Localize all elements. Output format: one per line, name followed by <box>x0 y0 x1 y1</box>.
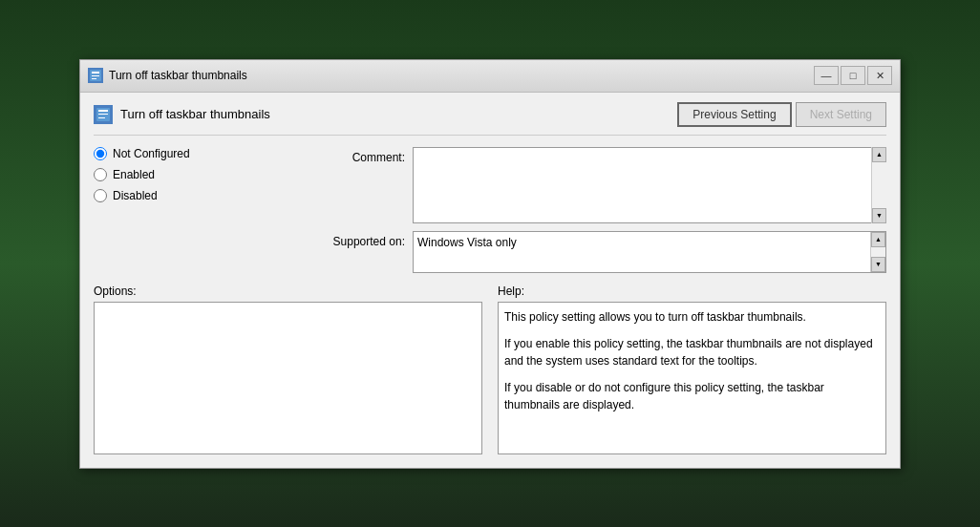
disabled-option[interactable]: Disabled <box>94 189 304 202</box>
options-content <box>94 302 482 454</box>
enabled-label: Enabled <box>113 168 155 181</box>
restore-button[interactable]: □ <box>841 66 865 85</box>
supported-scrollbar: ▲ ▼ <box>870 232 885 272</box>
not-configured-label: Not Configured <box>113 147 190 160</box>
comment-textarea[interactable] <box>413 147 886 223</box>
dialog-title: Turn off taskbar thumbnails <box>94 105 270 124</box>
comment-label: Comment: <box>319 147 405 164</box>
options-label: Options: <box>94 285 482 298</box>
help-paragraph-1: This policy setting allows you to turn o… <box>504 308 880 326</box>
window-title: Turn off taskbar thumbnails <box>109 69 814 82</box>
dialog-icon <box>94 105 113 124</box>
close-button[interactable]: ✕ <box>867 66 892 85</box>
main-window: Turn off taskbar thumbnails — □ ✕ Turn o… <box>79 59 901 469</box>
window-icon <box>88 68 103 83</box>
help-paragraph-3: If you disable or do not configure this … <box>504 379 880 413</box>
supported-label: Supported on: <box>319 231 405 248</box>
supported-value: Windows Vista only ▲ ▼ <box>413 231 886 273</box>
disabled-label: Disabled <box>113 189 158 202</box>
svg-rect-2 <box>92 75 99 76</box>
not-configured-option[interactable]: Not Configured <box>94 147 304 160</box>
header-row: Turn off taskbar thumbnails Previous Set… <box>94 102 886 136</box>
help-paragraph-2: If you enable this policy setting, the t… <box>504 335 880 369</box>
settings-area: Not Configured Enabled Disabled Comm <box>94 147 886 273</box>
previous-setting-button[interactable]: Previous Setting <box>677 102 791 127</box>
next-setting-button[interactable]: Next Setting <box>796 102 886 127</box>
configuration-radio-group: Not Configured Enabled Disabled <box>94 147 304 202</box>
right-column: Comment: ▲ ▼ Supported on: Windows <box>319 147 886 273</box>
window-controls: — □ ✕ <box>814 66 892 85</box>
options-panel: Options: <box>94 285 482 454</box>
navigation-buttons: Previous Setting Next Setting <box>677 102 886 127</box>
supported-scroll-down: ▼ <box>871 257 885 272</box>
not-configured-radio[interactable] <box>94 147 107 160</box>
bottom-section: Options: Help: This policy setting allow… <box>94 285 886 454</box>
radio-column: Not Configured Enabled Disabled <box>94 147 304 273</box>
supported-field-wrap: Windows Vista only ▲ ▼ <box>413 231 886 273</box>
comment-field-wrap: ▲ ▼ <box>413 147 886 223</box>
svg-rect-6 <box>98 114 108 115</box>
help-label: Help: <box>498 285 886 298</box>
disabled-radio[interactable] <box>94 189 107 202</box>
svg-rect-7 <box>98 117 105 118</box>
dialog-title-text: Turn off taskbar thumbnails <box>120 107 270 121</box>
help-panel: Help: This policy setting allows you to … <box>498 285 886 454</box>
svg-rect-1 <box>92 72 99 74</box>
supported-row: Supported on: Windows Vista only ▲ ▼ <box>319 231 886 273</box>
title-bar: Turn off taskbar thumbnails — □ ✕ <box>80 60 900 93</box>
main-content: Turn off taskbar thumbnails Previous Set… <box>80 93 900 468</box>
svg-rect-5 <box>98 110 108 112</box>
minimize-button[interactable]: — <box>814 66 839 85</box>
enabled-option[interactable]: Enabled <box>94 168 304 181</box>
enabled-radio[interactable] <box>94 168 107 181</box>
svg-rect-3 <box>92 78 96 79</box>
help-content: This policy setting allows you to turn o… <box>498 302 886 454</box>
comment-row: Comment: ▲ ▼ <box>319 147 886 223</box>
supported-scroll-up: ▲ <box>871 232 885 247</box>
